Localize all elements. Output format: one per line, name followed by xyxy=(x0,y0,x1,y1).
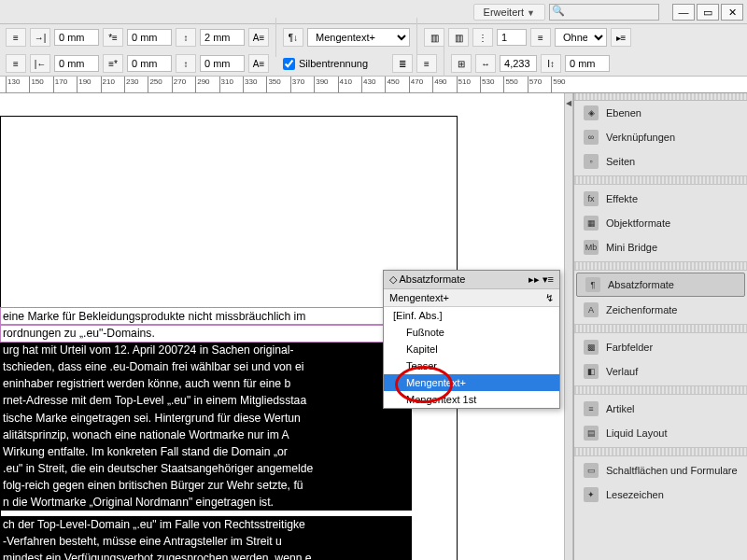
override-icon[interactable]: ↯ xyxy=(545,292,554,304)
panel-item[interactable]: ◈Ebenen xyxy=(574,101,747,125)
panel-item[interactable]: ▤Liquid Layout xyxy=(574,421,747,445)
paragraph-selected[interactable]: folg-reich gegen einen britischen Bürger… xyxy=(1,477,412,494)
maximize-button[interactable]: ▭ xyxy=(697,4,719,21)
pilcrow-icon[interactable]: ¶↓ xyxy=(283,28,303,47)
baseline-shift-input[interactable] xyxy=(565,55,610,72)
paragraph-selected[interactable]: Wirkung entfalte. Im konkreten Fall stan… xyxy=(1,443,412,460)
style-item[interactable]: Teaser xyxy=(384,357,559,374)
columns-icon-2[interactable]: ▥ xyxy=(448,28,469,47)
panel-label: Artikel xyxy=(606,403,635,414)
close-button[interactable]: ✕ xyxy=(721,4,743,21)
panel-header[interactable]: ◇ Absatzformate ▸▸ ▾≡ xyxy=(384,271,559,289)
search-input[interactable] xyxy=(549,4,659,21)
panel-label: Seiten xyxy=(606,156,635,167)
indent-left-input[interactable] xyxy=(54,29,99,46)
style-item[interactable]: Mengentext 1st xyxy=(384,391,559,408)
space-after-icon[interactable]: ↕ xyxy=(176,54,196,73)
span-icon[interactable]: ≡ xyxy=(530,28,551,47)
panel-item[interactable]: ✦Lesezeichen xyxy=(574,483,747,507)
panel-item[interactable]: ◧Verlauf xyxy=(574,359,747,384)
panel-item[interactable]: MbMini Bridge xyxy=(574,235,747,259)
dropcap-icon[interactable]: A≡ xyxy=(248,28,269,47)
paragraph-selected[interactable]: n die Wortmarke „Original Nordmann" eing… xyxy=(1,494,412,511)
current-style-row[interactable]: Mengentext+ ↯ xyxy=(384,289,559,307)
last-line-indent-input[interactable] xyxy=(127,55,172,72)
panel-grip[interactable] xyxy=(574,93,747,101)
panel-label: Zeichenformate xyxy=(606,304,677,315)
style-item[interactable]: Fußnote xyxy=(384,324,559,341)
panel-item[interactable]: fxEffekte xyxy=(574,187,747,211)
hyphenation-checkbox[interactable]: Silbentrennung xyxy=(283,58,368,70)
dropcap-chars-icon[interactable]: A≡ xyxy=(248,54,269,73)
paragraph-selected[interactable]: alitätsprinzip, wonach eine nationale Wo… xyxy=(1,427,412,443)
paragraph-selected[interactable]: .eu" in Streit, die ein deutscher Staats… xyxy=(1,460,412,477)
panel-icon: ∞ xyxy=(584,130,599,145)
horiz-scale-input[interactable] xyxy=(500,55,537,72)
paragraph[interactable]: rordnungen zu „.eu"-Domains. xyxy=(1,325,412,342)
panel-collapse-strip[interactable]: ◀ xyxy=(564,93,573,560)
panel-icon: fx xyxy=(584,191,599,206)
paragraph-styles-panel[interactable]: ◇ Absatzformate ▸▸ ▾≡ Mengentext+ ↯ [Ein… xyxy=(383,270,560,409)
panel-icon: ¶ xyxy=(585,277,600,292)
paragraph[interactable]: eine Marke für Bekleidungsprodukte nicht… xyxy=(1,308,412,325)
baseline-shift-icon[interactable]: I↕ xyxy=(541,54,561,73)
style-item[interactable]: Mengentext+ xyxy=(384,374,559,391)
grid-align-icon[interactable]: ⊞ xyxy=(451,54,472,73)
paragraph-selected[interactable]: mindest ein Verfügungsverbot zugesproche… xyxy=(1,550,412,560)
minimize-button[interactable]: — xyxy=(672,4,695,21)
panel-label: Lesezeichen xyxy=(606,489,664,500)
indent-right-input[interactable] xyxy=(54,55,99,72)
panel-item[interactable]: ▦Objektformate xyxy=(574,211,747,235)
horiz-scale-icon[interactable]: ↔ xyxy=(475,54,496,73)
align-left-icon[interactable]: ≡ xyxy=(6,28,26,47)
para-style-select[interactable]: Mengentext+ xyxy=(307,28,410,47)
text-frame[interactable]: eine Marke für Bekleidungsprodukte nicht… xyxy=(1,308,412,560)
paragraph-selected[interactable]: tschieden, dass eine .eu-Domain frei wäh… xyxy=(1,358,412,375)
panel-separator xyxy=(574,261,747,271)
panel-icon: ≡ xyxy=(584,401,599,416)
panel-separator xyxy=(574,385,747,395)
baseline-grid-icon[interactable]: ≣ xyxy=(392,54,413,73)
space-before-icon[interactable]: ↕ xyxy=(176,28,196,47)
paragraph-selected[interactable]: eninhaber registriert werden könne, auch… xyxy=(1,375,412,392)
panel-menu-icon[interactable]: ▸▸ ▾≡ xyxy=(529,273,554,286)
span-select[interactable]: Ohne xyxy=(555,28,607,47)
window-controls: — ▭ ✕ xyxy=(672,4,743,21)
col-count-input[interactable] xyxy=(497,29,527,46)
panel-label: Liquid Layout xyxy=(606,427,667,439)
menu-icon[interactable]: ▸≡ xyxy=(611,28,631,47)
col-count-icon[interactable]: ⋮ xyxy=(472,28,493,47)
align-right-icon[interactable]: ≡ xyxy=(6,54,26,73)
panel-item[interactable]: ▩Farbfelder xyxy=(574,335,747,359)
indent-left-icon[interactable]: →| xyxy=(30,28,50,47)
first-line-indent-input[interactable] xyxy=(127,29,172,46)
paragraph-selected[interactable]: ch der Top-Level-Domain „.eu" im Falle v… xyxy=(1,516,412,533)
panel-item[interactable]: AZeichenformate xyxy=(574,298,747,322)
space-after-input[interactable] xyxy=(200,55,245,72)
panel-label: Objektformate xyxy=(606,217,670,229)
last-line-indent-icon[interactable]: ≡* xyxy=(103,54,123,73)
workspace-switcher[interactable]: Erweitert ▼ xyxy=(473,4,545,21)
panel-separator xyxy=(574,175,747,185)
panel-label: Verknüpfungen xyxy=(606,132,675,143)
panel-item[interactable]: ▫Seiten xyxy=(574,149,747,174)
style-item[interactable]: Kapitel xyxy=(384,341,559,357)
paragraph-selected[interactable]: tische Marke eingetragen sei. Hintergrun… xyxy=(1,410,412,427)
indent-right-icon[interactable]: |← xyxy=(30,54,50,73)
panel-item[interactable]: ≡Artikel xyxy=(574,397,747,421)
first-line-indent-icon[interactable]: *≡ xyxy=(103,28,123,47)
style-item[interactable]: [Einf. Abs.] xyxy=(384,307,559,324)
space-before-input[interactable] xyxy=(200,29,245,46)
panel-item[interactable]: ▭Schaltflächen und Formulare xyxy=(574,458,747,483)
columns-icon[interactable]: ▥ xyxy=(424,28,444,47)
panel-label: Farbfelder xyxy=(606,342,653,353)
panel-icon: A xyxy=(584,302,599,317)
baseline-ignore-icon[interactable]: ≡ xyxy=(416,54,437,73)
titlebar: Erweitert ▼ 🔍 — ▭ ✕ xyxy=(0,0,747,24)
control-strip: ≡ →| *≡ ↕ A≡ ¶↓ Mengentext+ ▥ ▥ ⋮ ≡ Ohne… xyxy=(0,24,747,77)
paragraph-selected[interactable]: urg hat mit Urteil vom 12. April 200724 … xyxy=(1,342,412,358)
panel-item[interactable]: ∞Verknüpfungen xyxy=(574,125,747,149)
paragraph-selected[interactable]: -Verfahren besteht, müsse eine Antragste… xyxy=(1,533,412,550)
panel-item[interactable]: ¶Absatzformate xyxy=(576,273,745,297)
paragraph-selected[interactable]: rnet-Adresse mit dem Top-Level „.eu" in … xyxy=(1,392,412,409)
